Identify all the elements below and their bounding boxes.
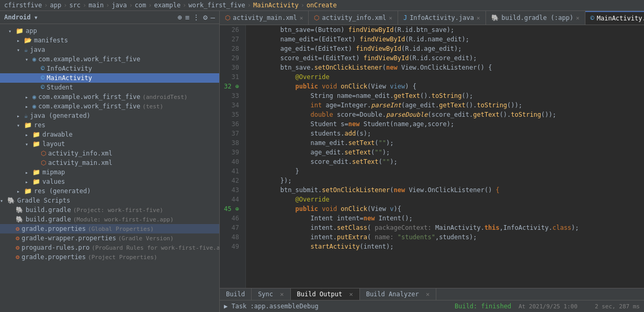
sidebar-item-build-gradle-project[interactable]: ▸ 🐘 build.gradle (Project: work-first-fi… bbox=[0, 205, 219, 215]
sidebar-item-gradle-wrapper[interactable]: ▸ ⚙ gradle-wrapper.properties (Gradle Ve… bbox=[0, 233, 219, 243]
breadcrumb-file[interactable]: MainActivity bbox=[253, 2, 299, 9]
build-time-text: At 2021/9/25 1:00 2 sec, 287 ms bbox=[515, 303, 640, 310]
expand-icon[interactable]: ⋮ bbox=[193, 13, 200, 21]
breadcrumb-root[interactable]: cfirstfive bbox=[4, 2, 42, 9]
sidebar-item-manifests[interactable]: ▸ 📂 manifests bbox=[0, 36, 219, 45]
gradle-icon: 🐘 bbox=[491, 14, 499, 21]
breadcrumb-package[interactable]: work_first_five bbox=[188, 2, 245, 9]
tab-label-activity-info: activity_info.xml bbox=[322, 14, 386, 21]
breadcrumb-com[interactable]: com bbox=[135, 2, 146, 9]
tab-label-activity-main: activity_main.xml bbox=[233, 14, 297, 21]
close-activity-main-tab[interactable]: ✕ bbox=[300, 15, 303, 21]
tab-activity-main-xml[interactable]: ⬡ activity_main.xml ✕ bbox=[220, 11, 309, 25]
bottom-tab-build[interactable]: Build bbox=[220, 288, 252, 300]
sidebar-item-layout[interactable]: ▾ 📁 layout bbox=[0, 139, 219, 149]
sidebar-item-package-main[interactable]: ▾ ◉ com.example.work_first_five bbox=[0, 54, 219, 64]
line-num-47: 47 bbox=[224, 223, 241, 232]
sidebar-item-activity-info-xml[interactable]: ▸ ⬡ activity_info.xml bbox=[0, 149, 219, 158]
line-num-29: 29 bbox=[224, 53, 241, 63]
sidebar-item-res-generated[interactable]: ▸ 📁 res (generated) bbox=[0, 186, 219, 196]
tab-info-activity-java[interactable]: J InfoActivity.java ✕ bbox=[398, 11, 486, 25]
settings-icon[interactable]: ⚙ bbox=[203, 13, 207, 21]
breadcrumb-main[interactable]: main bbox=[88, 2, 104, 9]
line-num-45: 45 ⊕ bbox=[224, 204, 241, 214]
code-line-27: name_edit=(EditText) findViewById(R.id.n… bbox=[250, 35, 640, 44]
breadcrumb-src[interactable]: src bbox=[69, 2, 81, 9]
line-num-33: 33 bbox=[224, 91, 241, 101]
line-num-38: 38 bbox=[224, 138, 241, 148]
code-line-28: age_edit=(EditText) findViewById(R.id.ag… bbox=[250, 44, 640, 53]
sidebar-tree: ▾ 📁 app ▸ 📂 manifests ▾ ☕ java ▾ bbox=[0, 24, 219, 312]
sidebar-item-activity-main-xml[interactable]: ▸ ⬡ activity_main.xml bbox=[0, 158, 219, 168]
sidebar-item-gradle-properties-project[interactable]: ▸ ⚙ gradle.properties (Project Propertie… bbox=[0, 252, 219, 262]
tab-build-gradle[interactable]: 🐘 build.gradle (:app) ✕ bbox=[486, 11, 585, 25]
java-icon-main: © bbox=[591, 15, 594, 22]
sidebar-item-gradle-properties-global[interactable]: ▸ ⚙ gradle.properties (Global Properties… bbox=[0, 224, 219, 233]
code-line-37: students.add(s); bbox=[250, 129, 640, 138]
close-info-tab[interactable]: ✕ bbox=[477, 15, 480, 21]
bottom-tabs: Build Sync ✕ Build Output ✕ Build Analyz… bbox=[220, 288, 644, 300]
code-line-39: age_edit.setText(""); bbox=[250, 148, 640, 157]
close-activity-info-tab[interactable]: ✕ bbox=[389, 15, 392, 21]
bottom-tab-build-analyzer[interactable]: Build Analyzer ✕ bbox=[360, 288, 437, 300]
line-num-35: 35 bbox=[224, 110, 241, 119]
breadcrumb-java[interactable]: java bbox=[111, 2, 127, 9]
sidebar-item-values[interactable]: ▸ 📁 values bbox=[0, 177, 219, 186]
sidebar-item-java-generated[interactable]: ▸ ☕ java (generated) bbox=[0, 111, 219, 120]
close-build-analyzer-tab[interactable]: ✕ bbox=[426, 291, 430, 298]
close-build-tab[interactable]: ✕ bbox=[576, 15, 580, 21]
code-line-33: String name=name_edit.getText().toString… bbox=[250, 91, 640, 101]
sidebar-item-package-androidtest[interactable]: ▸ ◉ com.example.work_first_five (android… bbox=[0, 92, 219, 102]
code-line-35: double score=Double.parseDouble(score_ed… bbox=[250, 110, 640, 119]
collapse-all-icon[interactable]: ≡ bbox=[185, 13, 189, 21]
sidebar-item-package-test[interactable]: ▸ ◉ com.example.work_first_five (test) bbox=[0, 102, 219, 111]
editor-area: ⬡ activity_main.xml ✕ ⬡ activity_info.xm… bbox=[220, 11, 644, 312]
close-build-output-tab[interactable]: ✕ bbox=[349, 291, 353, 298]
sidebar-item-build-gradle-module[interactable]: ▸ 🐘 build.gradle (Module: work-first-fiv… bbox=[0, 215, 219, 224]
sidebar-item-res[interactable]: ▾ 📁 res bbox=[0, 120, 219, 130]
line-num-41: 41 bbox=[224, 166, 241, 176]
line-num-40: 40 bbox=[224, 157, 241, 166]
sidebar-item-gradle-scripts[interactable]: ▾ 🐘 Gradle Scripts bbox=[0, 196, 219, 205]
sidebar-title: Android bbox=[4, 14, 31, 21]
sidebar-item-mipmap[interactable]: ▸ 📁 mipmap bbox=[0, 168, 219, 177]
sidebar-item-drawable[interactable]: ▸ 📁 drawable bbox=[0, 130, 219, 139]
bottom-tab-sync[interactable]: Sync ✕ bbox=[252, 288, 290, 300]
code-editor[interactable]: 26 27 28 29 30 31 32 ⊕ 33 34 35 36 37 38… bbox=[220, 25, 644, 288]
sync-icon[interactable]: ⊕ bbox=[177, 13, 182, 21]
bottom-tab-build-output[interactable]: Build Output ✕ bbox=[291, 288, 360, 300]
sidebar-item-proguard[interactable]: ▸ ⚙ proguard-rules.pro (ProGuard Rules f… bbox=[0, 243, 219, 252]
tab-label-info-activity: InfoActivity.java bbox=[410, 14, 474, 21]
code-line-44: @Override bbox=[250, 195, 640, 204]
tab-main-activity-java[interactable]: © MainActivity.java ✕ bbox=[585, 11, 645, 25]
breadcrumb: cfirstfive › app › src › main › java › c… bbox=[0, 0, 644, 11]
tab-label-main-activity: MainActivity.java bbox=[597, 15, 644, 22]
tab-activity-info-xml[interactable]: ⬡ activity_info.xml ✕ bbox=[309, 11, 398, 25]
sidebar-item-student[interactable]: ▸ © Student bbox=[0, 83, 219, 92]
sidebar-item-java[interactable]: ▾ ☕ java bbox=[0, 45, 219, 54]
line-num-42: 42 bbox=[224, 176, 241, 185]
minimize-icon[interactable]: — bbox=[211, 13, 215, 21]
sidebar-item-info-activity[interactable]: ▸ © InfoActivity bbox=[0, 64, 219, 73]
sidebar-item-app[interactable]: ▾ 📁 app bbox=[0, 26, 219, 36]
code-line-26: btn_save=(Button) findViewById(R.id.btn_… bbox=[250, 25, 640, 35]
sidebar-dropdown-icon[interactable]: ▾ bbox=[34, 13, 38, 21]
java-icon-info: J bbox=[403, 14, 407, 21]
breadcrumb-app[interactable]: app bbox=[50, 2, 61, 9]
code-line-49: startActivity(intent); bbox=[250, 242, 640, 251]
line-num-26: 26 bbox=[224, 25, 241, 35]
sidebar-header: Android ▾ ⊕ ≡ ⋮ ⚙ — bbox=[0, 11, 219, 24]
sidebar-item-main-activity[interactable]: ▸ © MainActivity bbox=[0, 73, 219, 83]
tab-label-build-gradle: build.gradle (:app) bbox=[502, 14, 573, 21]
line-numbers: 26 27 28 29 30 31 32 ⊕ 33 34 35 36 37 38… bbox=[220, 25, 246, 288]
line-num-30: 30 bbox=[224, 63, 241, 72]
code-line-48: intent.putExtra( name: "students",studen… bbox=[250, 232, 640, 242]
breadcrumb-example[interactable]: example bbox=[154, 2, 181, 9]
line-num-37: 37 bbox=[224, 129, 241, 138]
close-sync-tab[interactable]: ✕ bbox=[280, 291, 284, 298]
code-content[interactable]: btn_save=(Button) findViewById(R.id.btn_… bbox=[246, 25, 644, 288]
breadcrumb-method[interactable]: onCreate bbox=[307, 2, 337, 9]
line-num-32: 32 ⊕ bbox=[224, 82, 241, 91]
line-num-36: 36 bbox=[224, 119, 241, 129]
line-num-49: 49 bbox=[224, 242, 241, 251]
